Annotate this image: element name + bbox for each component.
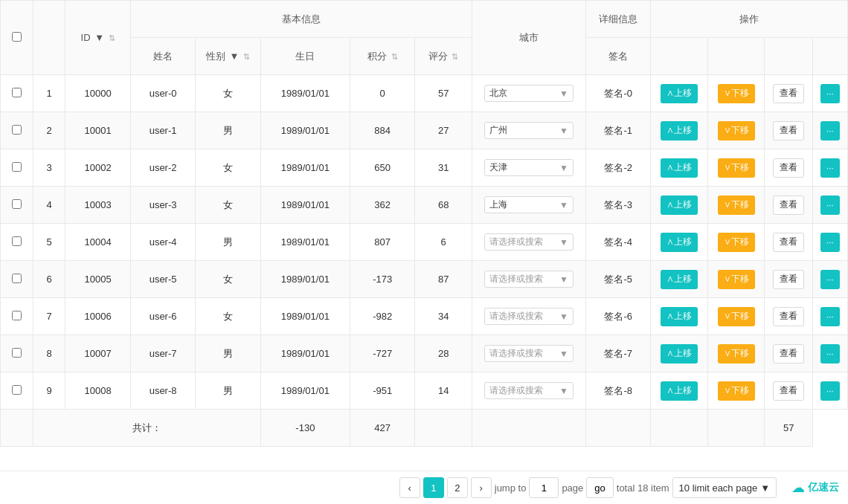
header-no-cell (33, 1, 65, 75)
down-button[interactable]: ∨下移 (718, 381, 755, 401)
total-city-cell (415, 410, 472, 447)
prev-page-button[interactable]: ‹ (399, 477, 420, 498)
row-city: 请选择或搜索▼ (472, 261, 585, 298)
up-button[interactable]: ∧上移 (661, 121, 698, 140)
view-button[interactable]: 查看 (773, 307, 804, 326)
down-button[interactable]: ∨下移 (718, 233, 755, 252)
down-button[interactable]: ∨下移 (718, 84, 755, 103)
view-button[interactable]: 查看 (773, 84, 804, 103)
view-button[interactable]: 查看 (773, 381, 804, 401)
row-more-cell: ··· (812, 224, 847, 261)
view-button[interactable]: 查看 (773, 270, 804, 289)
row-more-cell: ··· (812, 75, 847, 112)
row-checkbox[interactable] (12, 236, 22, 246)
up-button[interactable]: ∧上移 (661, 307, 698, 326)
id-sort-icon[interactable]: ⇅ (109, 33, 115, 43)
row-checkbox[interactable] (12, 88, 22, 97)
city-dropdown-icon: ▼ (559, 311, 568, 322)
header-detail-group: 详细信息 (585, 1, 650, 38)
row-city: 上海▼ (472, 187, 585, 224)
down-button[interactable]: ∨下移 (718, 121, 755, 140)
brand-icon: ☁ (791, 479, 805, 496)
up-button[interactable]: ∧上移 (661, 196, 698, 215)
row-checkbox[interactable] (12, 274, 22, 283)
row-city: 请选择或搜索▼ (472, 372, 585, 410)
up-button[interactable]: ∧上移 (661, 158, 698, 178)
row-checkbox[interactable] (12, 311, 22, 320)
row-checkbox[interactable] (12, 348, 22, 358)
city-select[interactable]: 请选择或搜索▼ (484, 271, 574, 288)
view-button[interactable]: 查看 (773, 196, 804, 215)
row-no: 7 (33, 298, 65, 335)
score2-sort-icon[interactable]: ⇅ (452, 52, 458, 62)
up-button[interactable]: ∧上移 (661, 381, 698, 401)
limit-select[interactable]: 10 limit each page ▼ (672, 477, 777, 498)
go-button[interactable]: go (586, 477, 613, 498)
more-button[interactable]: ··· (820, 381, 840, 401)
row-checkbox[interactable] (12, 199, 22, 209)
score1-sort-icon[interactable]: ⇅ (391, 52, 398, 62)
city-dropdown-icon: ▼ (559, 126, 568, 136)
row-id: 10004 (65, 224, 130, 261)
more-button[interactable]: ··· (820, 121, 840, 140)
view-button[interactable]: 查看 (773, 344, 804, 364)
more-button[interactable]: ··· (820, 84, 840, 103)
city-select[interactable]: 请选择或搜索▼ (484, 382, 574, 399)
header-score2-cell: 评分 ⇅ (415, 38, 472, 75)
more-button[interactable]: ··· (820, 307, 840, 326)
gender-filter-icon[interactable]: ▼ (230, 51, 240, 62)
city-select[interactable]: 请选择或搜索▼ (484, 233, 574, 251)
row-id: 10003 (65, 187, 130, 224)
down-button[interactable]: ∨下移 (718, 344, 755, 364)
row-checkbox[interactable] (12, 125, 22, 135)
row-more-cell: ··· (812, 372, 847, 410)
page-2-button[interactable]: 2 (447, 477, 468, 498)
row-score2: 57 (415, 75, 472, 112)
limit-dropdown-icon: ▼ (760, 482, 770, 494)
id-filter-icon[interactable]: ▼ (94, 32, 104, 43)
select-all-checkbox[interactable] (12, 32, 22, 42)
row-id: 10000 (65, 75, 130, 112)
row-id: 10007 (65, 335, 130, 372)
city-select[interactable]: 北京▼ (484, 85, 574, 102)
jump-input[interactable] (529, 477, 559, 498)
down-button[interactable]: ∨下移 (718, 196, 755, 215)
row-checkbox[interactable] (12, 162, 22, 172)
more-button[interactable]: ··· (820, 158, 840, 178)
down-button[interactable]: ∨下移 (718, 307, 755, 326)
next-page-button[interactable]: › (471, 477, 492, 498)
row-view-cell: 查看 (765, 75, 812, 112)
up-button[interactable]: ∧上移 (661, 344, 698, 364)
more-button[interactable]: ··· (820, 233, 840, 252)
view-button[interactable]: 查看 (773, 121, 804, 140)
row-checkbox[interactable] (12, 385, 22, 395)
city-select[interactable]: 请选择或搜索▼ (484, 308, 574, 325)
name-label: 姓名 (153, 51, 173, 62)
down-button[interactable]: ∨下移 (718, 158, 755, 178)
group-header-row: ID ▼ ⇅ 基本信息 城市 详细信息 操作 (1, 1, 848, 38)
row-id: 10001 (65, 112, 130, 149)
down-button[interactable]: ∨下移 (718, 270, 755, 289)
gender-sort-icon[interactable]: ⇅ (243, 52, 250, 62)
view-button[interactable]: 查看 (773, 233, 804, 252)
city-select[interactable]: 广州▼ (484, 122, 574, 139)
row-score1: -727 (350, 335, 414, 372)
row-view-cell: 查看 (765, 149, 812, 187)
up-button[interactable]: ∧上移 (661, 233, 698, 252)
more-button[interactable]: ··· (820, 196, 840, 215)
city-select[interactable]: 天津▼ (484, 159, 574, 176)
up-button[interactable]: ∧上移 (661, 270, 698, 289)
row-up-cell: ∧上移 (651, 372, 708, 410)
view-button[interactable]: 查看 (773, 158, 804, 178)
up-button[interactable]: ∧上移 (661, 84, 698, 103)
page-1-button[interactable]: 1 (423, 477, 444, 498)
row-score1: 650 (350, 149, 414, 187)
row-up-cell: ∧上移 (651, 261, 708, 298)
data-table: ID ▼ ⇅ 基本信息 城市 详细信息 操作 姓名 (0, 0, 848, 447)
city-select[interactable]: 请选择或搜索▼ (484, 345, 574, 362)
city-select[interactable]: 上海▼ (484, 196, 574, 213)
more-button[interactable]: ··· (820, 344, 840, 364)
score1-label: 积分 (367, 51, 387, 62)
row-up-cell: ∧上移 (651, 149, 708, 187)
more-button[interactable]: ··· (820, 270, 840, 289)
